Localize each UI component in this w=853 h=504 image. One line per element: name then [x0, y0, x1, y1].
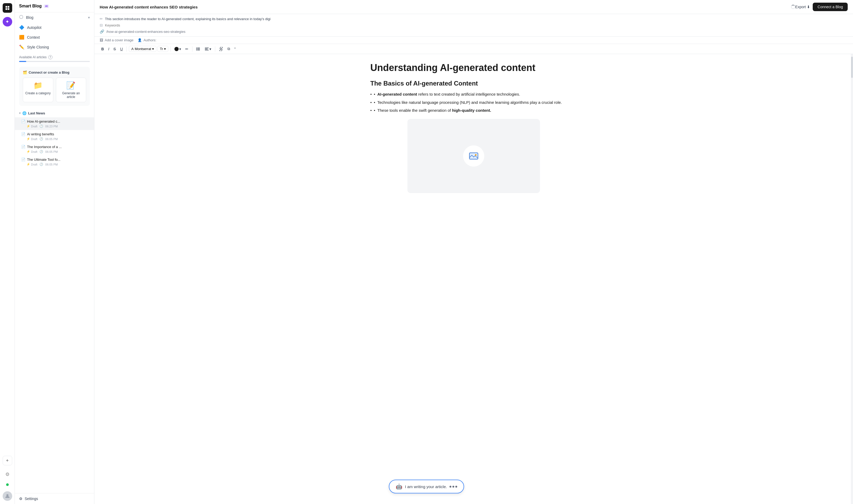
pencil-icon: ✏: [100, 17, 103, 21]
autopilot-icon: 🔷: [19, 25, 24, 30]
article-title-3: The Ultimate Tool fo...: [27, 158, 60, 162]
context-icon: 🟧: [19, 35, 24, 40]
align-button[interactable]: ▾: [203, 46, 213, 52]
available-articles-section: Available AI articles ?: [15, 52, 94, 64]
svg-rect-7: [197, 49, 200, 49]
article-item-1[interactable]: 📄 Ai writing benefits ⚡ Draft 🕐 06:05 PM: [15, 130, 94, 143]
article-status-0: Draft: [31, 125, 37, 128]
sidebar-item-context[interactable]: 🟧 Context: [15, 32, 94, 42]
svg-rect-13: [205, 49, 208, 49]
bullet-text-0: AI-generated content refers to text crea…: [378, 91, 520, 97]
url-text: /how-ai-generated-content-enhances-seo-s…: [106, 30, 185, 34]
scrollbar-thumb: [851, 57, 853, 78]
sidebar-item-style-cloning[interactable]: ✏️ Style Cloning: [15, 42, 94, 52]
export-label: Export: [795, 5, 806, 9]
svg-point-16: [475, 154, 476, 156]
font-selector[interactable]: A Montserrat ▾: [129, 46, 156, 52]
ai-icon[interactable]: ✦: [3, 17, 12, 26]
settings-label: Settings: [25, 497, 38, 501]
export-button[interactable]: Export ⬇: [795, 5, 810, 9]
article-status-1: Draft: [31, 138, 37, 141]
font-size-label: Tr: [160, 47, 163, 51]
style-cloning-label: Style Cloning: [27, 45, 49, 49]
gear-icon[interactable]: ⚙: [3, 470, 12, 479]
highlight-button[interactable]: ✏: [184, 46, 190, 52]
link-button[interactable]: [217, 46, 225, 52]
help-icon[interactable]: ?: [48, 55, 52, 59]
article-item-0[interactable]: 📄 How AI-generated c... ⚡ Draft 🕐 06:23 …: [15, 117, 94, 130]
article-clock-1: 🕐: [39, 137, 43, 141]
scrollbar-track[interactable]: [851, 54, 853, 504]
list-button[interactable]: [195, 46, 202, 52]
settings-item[interactable]: ⚙ Settings: [15, 493, 94, 504]
copy-button[interactable]: ⧉: [226, 46, 232, 52]
strikethrough-button[interactable]: S: [112, 46, 118, 52]
blog-icon: [19, 15, 23, 20]
action-cards-row: 📁 Create a category 📝 Generate an articl…: [23, 77, 86, 102]
image-placeholder-icon: [463, 145, 484, 167]
editor-area: Understanding AI-generated content The B…: [94, 54, 853, 504]
last-news-header[interactable]: ▾ 🌐 Last News: [15, 109, 94, 117]
url-row: 🔗 /how-ai-generated-content-enhances-seo…: [100, 28, 848, 35]
article-title-input[interactable]: [100, 5, 788, 9]
avatar[interactable]: [3, 491, 12, 501]
keywords-input[interactable]: [105, 23, 158, 27]
create-category-card[interactable]: 📁 Create a category: [23, 77, 53, 102]
status-dot: [6, 483, 9, 486]
article-status-3: Draft: [31, 163, 37, 166]
article-clock-0: 🕐: [39, 125, 43, 128]
toolbar-sep-1: [126, 46, 127, 52]
sidebar-item-blog[interactable]: Blog ▾: [15, 13, 94, 22]
underline-button[interactable]: U: [119, 46, 124, 52]
bullet-text-1: Technologies like natural language proce…: [378, 100, 562, 106]
autopilot-label: Autopilot: [27, 25, 41, 30]
color-circle: [174, 47, 179, 51]
loading-dots: [450, 486, 457, 488]
connect-blog-button[interactable]: Connect a Blog: [813, 3, 848, 11]
article-item-3[interactable]: 📄 The Ultimate Tool fo... ⚡ Draft 🕐 06:0…: [15, 156, 94, 168]
app-title: Smart Blog: [19, 4, 41, 8]
font-icon: A: [131, 47, 134, 51]
svg-rect-1: [7, 6, 9, 8]
color-button[interactable]: ▾: [173, 46, 182, 52]
add-cover-button[interactable]: 🖼 Add a cover image: [100, 38, 133, 42]
grid-icon[interactable]: [3, 3, 12, 13]
left-nav-panel: Smart Blog AI Blog ▾ 🔷 Autopilot 🟧 Conte…: [15, 0, 94, 504]
create-category-icon: 📁: [25, 81, 51, 90]
create-category-label: Create a category: [25, 91, 51, 95]
image-placeholder: [407, 119, 540, 193]
bold-button[interactable]: B: [100, 46, 105, 52]
generate-article-card[interactable]: 📝 Generate an article: [56, 77, 86, 102]
collapse-icon: ▾: [19, 111, 21, 115]
draft-bolt-1: ⚡: [27, 137, 30, 141]
article-time-0: 06:23 PM: [45, 125, 58, 128]
color-chevron: ▾: [179, 47, 181, 51]
article-doc-icon-0: 📄: [21, 120, 25, 123]
article-h2: The Basics of AI-generated Content: [370, 80, 577, 87]
connect-blog-icon: 🗂️: [23, 70, 27, 74]
link-icon: 🔗: [100, 30, 104, 34]
article-item-2[interactable]: 📄 The Importance of a ... ⚡ Draft 🕐 06:0…: [15, 143, 94, 156]
draft-bolt-0: ⚡: [27, 125, 30, 128]
svg-rect-6: [197, 48, 200, 48]
blog-label: Blog: [26, 15, 33, 20]
article-doc-icon-3: 📄: [21, 158, 25, 162]
description-row: ✏: [100, 16, 848, 22]
description-input[interactable]: [105, 17, 848, 21]
draft-bolt-3: ⚡: [27, 163, 30, 166]
italic-button[interactable]: I: [107, 46, 111, 52]
blog-chevron: ▾: [88, 15, 90, 20]
article-title-0: How AI-generated c...: [27, 120, 60, 123]
top-bar-left: [100, 5, 795, 9]
dot-1: [450, 486, 451, 488]
main-content: Export ⬇ Connect a Blog ✏ ⊟ 🔗 /how-ai-ge…: [94, 0, 853, 504]
dot-2: [452, 486, 454, 488]
settings-icon: ⚙: [19, 497, 22, 501]
draft-bolt-2: ⚡: [27, 150, 30, 154]
font-size-selector[interactable]: Tr ▾: [157, 46, 168, 52]
plus-icon[interactable]: +: [3, 456, 12, 465]
quote-button[interactable]: ": [233, 46, 237, 52]
ai-badge: AI: [44, 4, 49, 8]
bullet-text-2: These tools enable the swift generation …: [378, 108, 491, 114]
sidebar-item-autopilot[interactable]: 🔷 Autopilot: [15, 22, 94, 32]
